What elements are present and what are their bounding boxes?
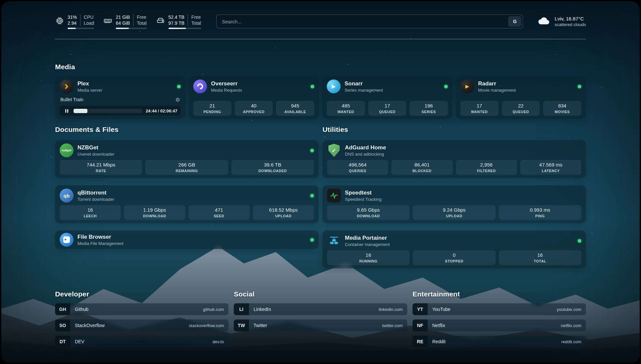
- app-card-radarr[interactable]: ▶ Radarr Movie management 17WANTED 22QUE…: [456, 76, 586, 119]
- bookmark-dev[interactable]: DT DEV dev.to: [55, 336, 229, 348]
- bookmarks-developer: Developer GH Github github.com SO StackO…: [55, 290, 229, 352]
- memory-progress-fill: [116, 28, 129, 29]
- cloud-icon: [537, 16, 551, 27]
- bookmark-netflix[interactable]: NF Netflix netflix.com: [412, 319, 586, 331]
- bookmark-abbr: TW: [234, 319, 249, 331]
- stat-series: 196SERIES: [410, 101, 448, 116]
- bookmarks-social: Social LI LinkedIn linkedin.com TW Twitt…: [234, 290, 407, 352]
- bookmark-name: Reddit: [432, 339, 445, 344]
- bookmarks-entertainment: Entertainment YT YouTube youtube.com NF …: [412, 290, 586, 352]
- bookmark-url: dev.to: [213, 339, 224, 344]
- stat-stopped: 0STOPPED: [413, 250, 495, 265]
- search-engine-button[interactable]: G: [508, 16, 521, 27]
- dashboard: 31% 2.94 CPU Load: [1, 1, 640, 363]
- bookmark-name: DEV: [75, 339, 84, 344]
- plex-player: 24:44 / 02:06:47: [60, 106, 181, 116]
- app-name: Plex: [77, 80, 102, 87]
- app-card-plex[interactable]: Plex Media server Bullet Train ⚙: [55, 76, 185, 119]
- stat-divider: [133, 14, 134, 26]
- stat-downloaded: 39.6 TBDOWNLOADED: [231, 160, 314, 175]
- bookmark-github[interactable]: GH Github github.com: [55, 303, 229, 315]
- memory-free-value: 21 GiB: [116, 14, 130, 20]
- status-dot: [310, 238, 314, 242]
- stat-wanted: 17WANTED: [460, 101, 499, 116]
- app-card-sonarr[interactable]: ▶ Sonarr Series management 485WANTED 17Q…: [322, 76, 452, 119]
- bookmark-abbr: YT: [412, 303, 428, 315]
- bookmark-url: netflix.com: [561, 323, 581, 328]
- stat-queued: 22QUEUED: [502, 101, 540, 116]
- status-dot: [310, 194, 314, 197]
- stat-queries: 498,564QUERIES: [327, 160, 388, 175]
- gear-icon[interactable]: ⚙: [175, 97, 180, 103]
- app-subtitle: Usenet downloader: [77, 152, 114, 157]
- playback-time: 24:44 / 02:06:47: [146, 108, 177, 113]
- stat-movies: 834MOVIES: [543, 101, 581, 116]
- stat-seed: 471SEED: [189, 205, 250, 220]
- shield-icon: ✓: [328, 144, 340, 157]
- memory-progress: [116, 28, 146, 29]
- speedtest-icon: [327, 189, 341, 202]
- system-stats: 31% 2.94 CPU Load: [55, 14, 201, 29]
- section-title-developer: Developer: [55, 290, 229, 298]
- app-card-qbittorrent[interactable]: qb qBittorrent Torrent downloader 16LEEC…: [55, 185, 319, 223]
- pause-icon[interactable]: [63, 108, 70, 114]
- cpu-progress-fill: [68, 28, 76, 29]
- cpu-progress: [68, 28, 94, 29]
- disk-progress-fill: [168, 28, 186, 29]
- bookmark-youtube[interactable]: YT YouTube youtube.com: [412, 303, 586, 315]
- section-title-entertainment: Entertainment: [412, 290, 586, 298]
- stat-leech: 16LEECH: [60, 205, 121, 220]
- plex-icon: [60, 79, 74, 93]
- playback-progress-fill: [74, 109, 87, 113]
- app-card-adguard[interactable]: ✓ AdGuard Home DNS and adblocking 498,56…: [322, 140, 586, 178]
- cpu-load-label: Load: [84, 20, 94, 26]
- app-card-nzbget[interactable]: nzbget NZBGet Usenet downloader 744.21 M…: [55, 140, 319, 178]
- bookmark-url: linkedin.com: [379, 307, 403, 312]
- disk-progress: [168, 28, 201, 29]
- disk-free-value: 52.4 TB: [168, 14, 185, 20]
- app-name: Speedtest: [345, 190, 382, 196]
- app-subtitle: Media File Management: [77, 241, 123, 246]
- playback-progress-bar[interactable]: [74, 109, 142, 113]
- search-input[interactable]: [216, 15, 523, 28]
- bookmark-url: github.com: [203, 307, 224, 312]
- bookmark-abbr: LI: [234, 303, 249, 315]
- bookmark-url: stackoverflow.com: [189, 323, 224, 328]
- disk-total-label: Total: [191, 20, 201, 26]
- bookmarks-section: Developer GH Github github.com SO StackO…: [55, 290, 586, 352]
- app-name: AdGuard Home: [345, 144, 386, 151]
- cpu-stat: 31% 2.94 CPU Load: [55, 14, 94, 29]
- status-dot: [311, 85, 314, 88]
- memory-stat: 21 GiB 64 GiB Free Total: [103, 14, 146, 29]
- app-subtitle: Torrent downloader: [77, 197, 114, 202]
- disk-stat: 52.4 TB 97.9 TB Free Total: [156, 14, 201, 29]
- app-subtitle: Speedtest Tracking: [345, 197, 382, 202]
- app-name: Sonarr: [345, 80, 383, 87]
- stat-filtered: 2,956FILTERED: [456, 160, 517, 175]
- app-card-speedtest[interactable]: Speedtest Speedtest Tracking 9.65 GbpsDO…: [322, 185, 586, 223]
- stat-latency: 47.569 msLATENCY: [520, 160, 581, 175]
- stat-total: 16TOTAL: [499, 250, 581, 265]
- section-title-utilities: Utilities: [322, 126, 586, 134]
- status-dot: [578, 85, 581, 88]
- disk-icon: [156, 14, 165, 27]
- app-card-overseerr[interactable]: Overseerr Media Requests 21PENDING 40APP…: [189, 76, 319, 119]
- bookmark-url: twitter.com: [382, 323, 403, 328]
- cpu-usage-value: 31%: [68, 14, 77, 20]
- app-card-portainer[interactable]: Media Portainer Container management 16R…: [322, 230, 586, 268]
- app-subtitle: DNS and adblocking: [345, 152, 386, 157]
- bookmark-url: youtube.com: [557, 307, 581, 312]
- bookmark-twitter[interactable]: TW Twitter twitter.com: [234, 319, 407, 331]
- weather-widget: Lviv, 16.87°C scattered clouds: [537, 16, 586, 27]
- qbittorrent-icon: qb: [60, 189, 74, 202]
- bookmark-stackoverflow[interactable]: SO StackOverflow stackoverflow.com: [55, 319, 229, 331]
- stars: [1, 1, 2, 2]
- bookmark-name: YouTube: [432, 307, 450, 312]
- app-name: File Browser: [77, 234, 123, 240]
- bookmark-reddit[interactable]: RE Reddit reddit.com: [412, 336, 586, 348]
- app-name: Media Portainer: [345, 235, 390, 241]
- app-card-filebrowser[interactable]: File Browser Media File Management: [55, 230, 319, 249]
- bookmark-name: LinkedIn: [254, 307, 271, 312]
- status-dot: [578, 239, 581, 243]
- bookmark-linkedin[interactable]: LI LinkedIn linkedin.com: [234, 303, 407, 315]
